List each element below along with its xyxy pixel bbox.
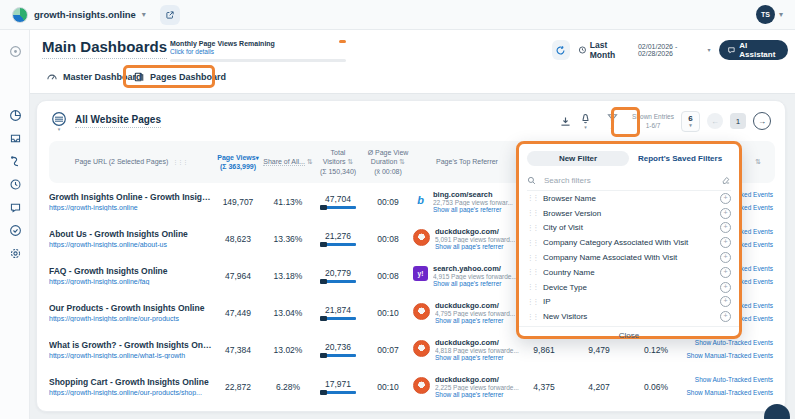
current-page[interactable]: 1 (730, 113, 746, 129)
filter-item-label: Country Name (543, 268, 715, 277)
close-button[interactable]: Close (519, 326, 739, 344)
ai-assistant-button[interactable]: AI Assistant (719, 40, 789, 60)
add-filter-icon[interactable]: + (720, 193, 731, 204)
page-views-cell: 47,449 (213, 308, 263, 318)
referrer-link[interactable]: Show all page's referrer (435, 243, 515, 250)
prev-page-button[interactable]: ← (707, 113, 723, 129)
sort-icon[interactable]: ⇅ (307, 158, 313, 165)
alerts-button[interactable]: ▾ (579, 112, 592, 130)
page-url-link[interactable]: https://growth-insights.online/faq (49, 278, 213, 285)
page-views-cell: 48,623 (213, 234, 263, 244)
manual-tracked-events-link[interactable]: Show Manual-Tracked Events (681, 350, 773, 362)
journeys-icon[interactable] (8, 154, 22, 168)
add-filter-icon[interactable]: + (720, 267, 731, 278)
filter-item[interactable]: ⋮⋮ New Visitors + (527, 309, 731, 324)
table-circle-icon[interactable]: ▾ (51, 111, 67, 132)
referrer-link[interactable]: Show all page's referrer (435, 354, 519, 361)
manual-tracked-events-link[interactable]: Show Manual-Tracked Events (681, 387, 773, 399)
filter-item-label: Company Name Associated With Visit (543, 253, 715, 262)
user-menu[interactable]: TS ▾ (756, 5, 783, 24)
settings-gear-icon[interactable] (8, 246, 22, 260)
quota-details-link[interactable]: Click for details (170, 48, 346, 55)
add-filter-icon[interactable]: + (720, 311, 731, 322)
add-filter-icon[interactable]: + (720, 282, 731, 293)
page-url-link[interactable]: https://growth-insights.online (49, 204, 213, 211)
tab-pages-dashboard[interactable]: Pages Dashboard (133, 71, 226, 83)
filter-item[interactable]: ⋮⋮ City of Visit + (527, 221, 731, 236)
col-share[interactable]: Share of All...⇅ (263, 157, 313, 166)
sort-icon[interactable]: ⇅ (755, 158, 761, 165)
drag-handle-icon[interactable]: ⋮⋮ (527, 239, 538, 247)
next-page-button[interactable]: → (753, 112, 771, 130)
drag-handle-icon[interactable]: ⋮⋮ (527, 298, 538, 306)
tab-saved-filters[interactable]: Report's Saved Filters (629, 154, 731, 163)
auto-tracked-events-link[interactable]: Show Auto-Tracked Events (681, 374, 773, 386)
sort-icon[interactable]: ⇅ (399, 158, 405, 165)
visitors-cell: 17,971 (313, 379, 363, 394)
page-url-cell: What is Growth? - Growth Insights Online… (49, 340, 213, 359)
filter-button[interactable]: ▴ (599, 108, 625, 134)
page-url-link[interactable]: https://growth-insights.online/our-produ… (49, 315, 213, 322)
chevron-down-icon: ▾ (584, 125, 587, 130)
filter-item[interactable]: ⋮⋮ Company Name Associated With Visit + (527, 250, 731, 265)
download-button[interactable] (559, 115, 572, 128)
filter-search-input[interactable] (542, 175, 715, 186)
filter-item[interactable]: ⋮⋮ Company Category Associated With Visi… (527, 235, 731, 250)
period-selector[interactable]: Last Month (578, 40, 630, 60)
columns-settings-icon[interactable]: ⋮⋮⋮ (172, 158, 187, 166)
date-range-selector[interactable]: 02/01/2026 - 02/28/2026 ▾ (638, 43, 711, 57)
drag-handle-icon[interactable]: ⋮⋮ (527, 283, 538, 291)
history-icon[interactable] (8, 177, 22, 191)
add-filter-icon[interactable]: + (720, 208, 731, 219)
sort-icon[interactable]: ⇅ (347, 158, 353, 165)
referrer-link[interactable]: Show all page's referrer (435, 391, 519, 398)
filter-item[interactable]: ⋮⋮ Device Type + (527, 280, 731, 295)
drag-handle-icon[interactable]: ⋮⋮ (527, 224, 538, 232)
col-page-url[interactable]: Page URL (2 Selected Pages) ⋮⋮⋮ (49, 157, 213, 166)
tab-master-dashboard[interactable]: Master Dashboard (46, 71, 142, 83)
col-visitors[interactable]: Total Visitors⇅ (Σ 150,340) (313, 148, 363, 176)
page-views-cell: 47,964 (213, 271, 263, 281)
drag-handle-icon[interactable]: ⋮⋮ (527, 254, 538, 262)
add-filter-icon[interactable]: + (720, 222, 731, 233)
drag-handle-icon[interactable]: ⋮⋮ (527, 313, 538, 321)
page-url-link[interactable]: https://growth-insights.online/what-is-g… (49, 352, 213, 359)
filter-item[interactable]: ⋮⋮ IP + (527, 295, 731, 310)
drag-handle-icon[interactable]: ⋮⋮ (527, 194, 538, 202)
col-duration[interactable]: Ø Page View Duration⇅ (x̄ 00:08) (363, 148, 413, 176)
metric-cell: 9,479 (567, 345, 631, 355)
shield-check-icon[interactable] (8, 223, 22, 237)
clear-search-icon[interactable] (721, 175, 731, 185)
domain-selector[interactable]: growth-insights.online ▾ (12, 7, 146, 23)
referrer-link[interactable]: Show all page's referrer (433, 206, 513, 213)
drag-handle-icon[interactable]: ⋮⋮ (527, 268, 538, 276)
page-url-link[interactable]: https://growth-insights.online/our-produ… (49, 389, 213, 396)
chevron-down-icon: ▾ (58, 127, 61, 132)
filter-item[interactable]: ⋮⋮ Browser Version + (527, 206, 731, 221)
col-page-views[interactable]: Page Views▾ (Σ 363,999) (213, 153, 263, 172)
referrer-link[interactable]: Show all page's referrer (433, 280, 517, 287)
col-referrer[interactable]: Page's Top Referrer (413, 157, 521, 166)
filter-item[interactable]: ⋮⋮ Country Name + (527, 265, 731, 280)
inbox-icon[interactable] (8, 131, 22, 145)
add-filter-icon[interactable]: + (720, 252, 731, 263)
filter-item[interactable]: ⋮⋮ Browser Name + (527, 191, 731, 206)
referrer-cell: bing.com/search 22,753 Page views forwar… (413, 190, 521, 213)
refresh-button[interactable] (552, 40, 570, 60)
add-filter-icon[interactable]: + (720, 237, 731, 248)
col-visitors-total: (Σ 150,340) (320, 168, 356, 175)
metric-cell: 4,375 (521, 382, 567, 392)
record-icon[interactable] (8, 44, 22, 58)
referrer-link[interactable]: Show all page's referrer (435, 317, 515, 324)
page-size-selector[interactable]: 6 ▾ (681, 111, 700, 132)
share-button[interactable] (160, 5, 180, 25)
tab-new-filter[interactable]: New Filter (527, 151, 629, 166)
gauge-icon (46, 71, 58, 83)
page-url-link[interactable]: https://growth-insights.online/about-us (49, 241, 213, 248)
clock-icon (578, 45, 587, 55)
drag-handle-icon[interactable]: ⋮⋮ (527, 209, 538, 217)
chat-icon[interactable] (8, 200, 22, 214)
table-row[interactable]: Shopping Cart - Growth Insights Online h… (49, 368, 775, 405)
add-filter-icon[interactable]: + (720, 296, 731, 307)
pie-chart-icon[interactable] (8, 108, 22, 122)
